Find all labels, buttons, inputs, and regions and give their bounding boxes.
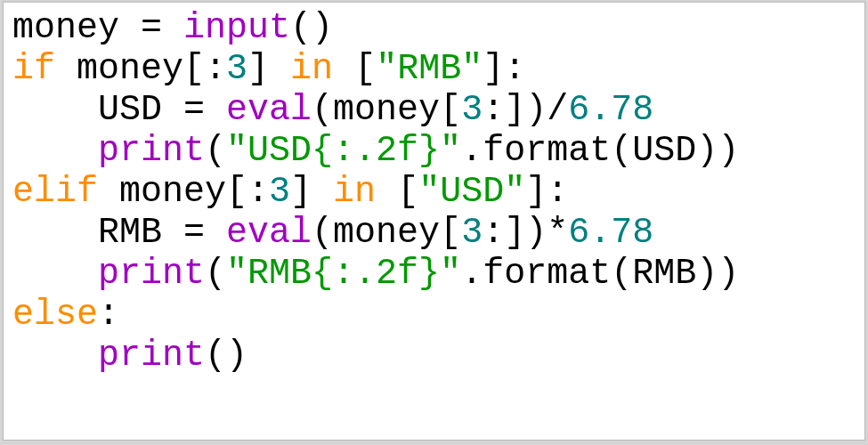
code-block: money = input() if money[:3] in ["RMB"]:… — [12, 8, 856, 376]
builtin-func: print — [98, 254, 205, 294]
bracket: [ — [354, 49, 376, 89]
bracket: ] — [247, 49, 290, 89]
indent — [12, 336, 98, 376]
operator: = — [162, 90, 226, 130]
string: "RMB{:.2f}" — [226, 254, 461, 294]
space — [376, 172, 397, 212]
bracket: :])/ — [483, 90, 568, 130]
indent — [12, 254, 98, 294]
paren: )) — [696, 131, 739, 171]
identifier: money — [333, 213, 440, 253]
indent — [12, 213, 98, 253]
bracket: [ — [440, 213, 461, 253]
builtin-func: eval — [226, 213, 312, 253]
operator: = — [119, 8, 183, 48]
number: 6.78 — [568, 90, 653, 130]
builtin-func: print — [98, 131, 205, 171]
paren: ( — [312, 90, 333, 130]
indent — [12, 90, 98, 130]
bracket: ]: — [525, 172, 568, 212]
bracket: :])* — [483, 213, 568, 253]
keyword-else: else — [12, 295, 98, 335]
number: 6.78 — [568, 213, 653, 253]
paren: ( — [205, 131, 226, 171]
identifier: money — [333, 90, 440, 130]
paren: ( — [611, 131, 632, 171]
paren: ( — [205, 254, 226, 294]
space — [98, 172, 119, 212]
number: 3 — [226, 49, 247, 89]
parens: () — [290, 8, 333, 48]
code-editor[interactable]: money = input() if money[:3] in ["RMB"]:… — [3, 1, 865, 441]
method: format — [483, 131, 611, 171]
space — [55, 49, 77, 89]
identifier: money — [119, 172, 226, 212]
identifier: USD — [98, 90, 162, 130]
number: 3 — [269, 172, 290, 212]
identifier: RMB — [632, 254, 696, 294]
dot: . — [461, 131, 483, 171]
string: "RMB" — [376, 49, 483, 89]
builtin-func: eval — [226, 90, 312, 130]
bracket: ] — [290, 172, 333, 212]
paren: ( — [611, 254, 632, 294]
space — [333, 49, 354, 89]
bracket: [ — [440, 90, 461, 130]
bracket: ]: — [483, 49, 525, 89]
builtin-func: input — [183, 8, 290, 48]
operator: = — [162, 213, 226, 253]
identifier: USD — [632, 131, 696, 171]
dot: . — [461, 254, 483, 294]
keyword-if: if — [12, 49, 55, 89]
paren: )) — [696, 254, 739, 294]
method: format — [483, 254, 611, 294]
colon: : — [98, 295, 119, 335]
keyword-in: in — [333, 172, 376, 212]
indent — [12, 131, 98, 171]
bracket: [: — [226, 172, 269, 212]
bracket: [ — [397, 172, 418, 212]
keyword-in: in — [290, 49, 333, 89]
identifier: money — [12, 8, 119, 48]
identifier: money — [77, 49, 183, 89]
identifier: RMB — [98, 213, 162, 253]
string: "USD" — [418, 172, 525, 212]
bracket: [: — [183, 49, 226, 89]
paren: ( — [312, 213, 333, 253]
number: 3 — [461, 213, 483, 253]
string: "USD{:.2f}" — [226, 131, 461, 171]
number: 3 — [461, 90, 483, 130]
builtin-func: print — [98, 336, 205, 376]
parens: () — [205, 336, 247, 376]
keyword-elif: elif — [12, 172, 98, 212]
